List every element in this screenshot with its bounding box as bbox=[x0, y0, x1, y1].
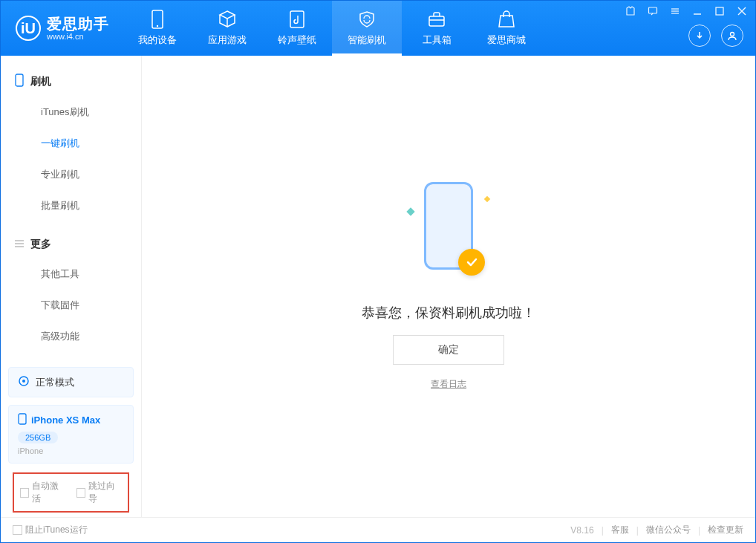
svg-rect-2 bbox=[290, 11, 304, 27]
body: 刷机 iTunes刷机 一键刷机 专业刷机 批量刷机 更多 其他工具 下载固件 … bbox=[1, 56, 755, 517]
maximize-button[interactable] bbox=[714, 5, 726, 17]
download-button[interactable] bbox=[688, 25, 711, 47]
checkbox-label: 自动激活 bbox=[32, 480, 65, 505]
device-icon bbox=[148, 10, 167, 29]
app-site: www.i4.cn bbox=[47, 32, 109, 41]
sidebar-group-title: 更多 bbox=[30, 238, 51, 251]
nav-toolbox[interactable]: 工具箱 bbox=[402, 1, 472, 56]
device-phone-icon bbox=[18, 413, 27, 427]
checkbox-block-itunes[interactable]: 阻止iTunes运行 bbox=[13, 524, 88, 536]
footer: 阻止iTunes运行 V8.16 | 客服 | 微信公众号 | 检查更新 bbox=[1, 517, 755, 542]
refresh-shield-icon bbox=[357, 10, 377, 29]
user-button[interactable] bbox=[721, 25, 743, 47]
ok-button[interactable]: 确定 bbox=[393, 335, 504, 365]
list-icon bbox=[14, 238, 25, 251]
footer-link-support[interactable]: 客服 bbox=[611, 524, 629, 536]
nav-my-device[interactable]: 我的设备 bbox=[123, 1, 192, 56]
success-illustration bbox=[408, 182, 489, 286]
svg-rect-20 bbox=[19, 414, 26, 424]
device-mode-label: 正常模式 bbox=[36, 376, 74, 389]
checkbox-box-icon bbox=[76, 488, 85, 498]
svg-rect-10 bbox=[716, 7, 723, 15]
device-type-label: iPhone bbox=[18, 446, 124, 455]
version-label: V8.16 bbox=[570, 525, 593, 536]
svg-rect-5 bbox=[649, 7, 657, 13]
nav-apps-games[interactable]: 应用游戏 bbox=[192, 1, 262, 56]
svg-point-13 bbox=[731, 33, 734, 36]
sidebar-group-title: 刷机 bbox=[30, 75, 51, 88]
svg-point-19 bbox=[22, 380, 25, 383]
sidebar: 刷机 iTunes刷机 一键刷机 专业刷机 批量刷机 更多 其他工具 下载固件 … bbox=[1, 56, 142, 517]
phone-small-icon bbox=[14, 74, 25, 89]
divider: | bbox=[698, 525, 700, 536]
nav-label: 我的设备 bbox=[138, 33, 177, 47]
checkbox-label: 跳过向导 bbox=[88, 480, 122, 505]
main-content: 恭喜您，保资料刷机成功啦！ 确定 查看日志 bbox=[142, 56, 755, 517]
nav-label: 应用游戏 bbox=[208, 33, 247, 47]
sidebar-item-oneclick-flash[interactable]: 一键刷机 bbox=[1, 128, 141, 159]
device-name-label: iPhone XS Max bbox=[31, 414, 100, 426]
checkbox-box-icon bbox=[20, 488, 29, 498]
nav-smart-flash[interactable]: 智能刷机 bbox=[332, 1, 402, 56]
cube-icon bbox=[218, 10, 237, 29]
titlebar: iU 爱思助手 www.i4.cn 我的设备 应用游戏 铃声壁纸 智能刷机 bbox=[1, 1, 755, 56]
checkmark-badge-icon bbox=[458, 249, 485, 276]
close-button[interactable] bbox=[736, 5, 748, 17]
checkbox-skip-wizard[interactable]: 跳过向导 bbox=[76, 480, 123, 505]
sidebar-item-other-tools[interactable]: 其他工具 bbox=[1, 259, 141, 290]
nav-ringtone-wallpaper[interactable]: 铃声壁纸 bbox=[262, 1, 332, 56]
logo-block: iU 爱思助手 www.i4.cn bbox=[1, 1, 123, 56]
checkbox-auto-activate[interactable]: 自动激活 bbox=[20, 480, 66, 505]
nav-label: 爱思商城 bbox=[487, 33, 526, 47]
feedback-icon[interactable] bbox=[647, 5, 659, 17]
highlighted-checkbox-row: 自动激活 跳过向导 bbox=[13, 472, 129, 513]
footer-link-check-update[interactable]: 检查更新 bbox=[708, 524, 743, 536]
sparkle-icon bbox=[484, 196, 490, 202]
success-message: 恭喜您，保资料刷机成功啦！ bbox=[362, 304, 535, 322]
status-dot-icon bbox=[18, 375, 30, 389]
sidebar-item-pro-flash[interactable]: 专业刷机 bbox=[1, 159, 141, 190]
app-logo-icon: iU bbox=[16, 16, 41, 41]
skin-icon[interactable] bbox=[625, 5, 636, 17]
nav-label: 智能刷机 bbox=[348, 33, 386, 47]
shopping-bag-icon bbox=[497, 10, 516, 29]
sidebar-group-more: 更多 bbox=[1, 230, 141, 259]
sidebar-bottom: 正常模式 iPhone XS Max 256GB iPhone 自动激活 bbox=[1, 361, 141, 517]
checkbox-label: 阻止iTunes运行 bbox=[25, 524, 88, 536]
device-mode-status[interactable]: 正常模式 bbox=[8, 367, 134, 397]
checkbox-box-icon bbox=[13, 525, 22, 535]
titlebar-right-buttons bbox=[688, 25, 743, 47]
sidebar-item-advanced[interactable]: 高级功能 bbox=[1, 321, 141, 352]
sparkle-icon bbox=[406, 207, 414, 215]
window-controls bbox=[625, 5, 748, 17]
top-nav: 我的设备 应用游戏 铃声壁纸 智能刷机 工具箱 爱思商城 bbox=[123, 1, 541, 56]
sidebar-item-batch-flash[interactable]: 批量刷机 bbox=[1, 190, 141, 221]
app-title: 爱思助手 bbox=[47, 16, 109, 32]
view-log-link[interactable]: 查看日志 bbox=[431, 378, 466, 391]
sidebar-group-flash: 刷机 bbox=[1, 66, 141, 97]
device-storage-badge: 256GB bbox=[18, 432, 58, 443]
nav-label: 工具箱 bbox=[423, 33, 452, 47]
toolbox-icon bbox=[427, 10, 446, 29]
app-window: iU 爱思助手 www.i4.cn 我的设备 应用游戏 铃声壁纸 智能刷机 bbox=[0, 0, 756, 543]
svg-rect-3 bbox=[429, 16, 444, 26]
music-file-icon bbox=[287, 10, 307, 29]
footer-link-wechat[interactable]: 微信公众号 bbox=[646, 524, 691, 536]
sidebar-item-itunes-flash[interactable]: iTunes刷机 bbox=[1, 97, 141, 128]
svg-point-1 bbox=[157, 25, 158, 27]
sidebar-item-download-firmware[interactable]: 下载固件 bbox=[1, 290, 141, 321]
divider: | bbox=[602, 525, 604, 536]
minimize-button[interactable] bbox=[691, 5, 703, 17]
svg-rect-14 bbox=[16, 74, 23, 86]
nav-store[interactable]: 爱思商城 bbox=[472, 1, 541, 56]
device-card[interactable]: iPhone XS Max 256GB iPhone bbox=[8, 405, 134, 464]
menu-icon[interactable] bbox=[669, 5, 681, 17]
divider: | bbox=[636, 525, 639, 536]
nav-label: 铃声壁纸 bbox=[278, 33, 316, 47]
